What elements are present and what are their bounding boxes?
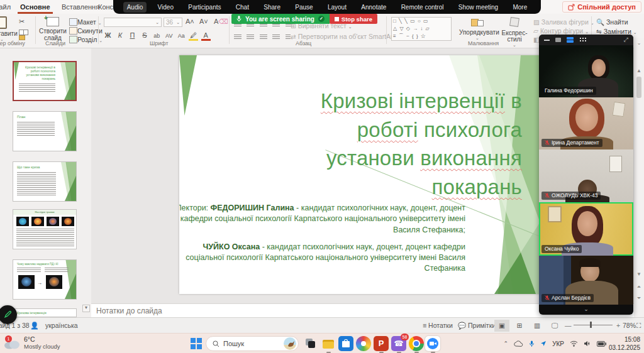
zoom-app-icon[interactable] — [425, 336, 440, 351]
gallery-view-icon[interactable] — [567, 37, 574, 43]
thumbnail-slide-5[interactable]: Чому важливо надавати ПД і КІ → — [13, 259, 77, 300]
layout-button[interactable]: Макет ⌄ — [69, 18, 102, 26]
smartart-button[interactable]: ⇄ Перетворити на об'єкт SmartArt ⌄ — [291, 33, 400, 40]
task-view-button[interactable] — [303, 336, 318, 351]
toolbar-chat[interactable]: Chat — [232, 2, 253, 13]
powerpoint-icon[interactable]: P — [374, 336, 389, 351]
normal-view-button[interactable]: ▣ — [494, 320, 509, 332]
font-size-combo[interactable]: 36 ⌄ — [164, 18, 182, 27]
reset-button[interactable]: Скинути — [69, 27, 103, 35]
align-right-icon[interactable] — [260, 35, 267, 40]
slide-title[interactable]: Кризові інтервенції в роботі психолога у… — [208, 87, 522, 201]
slide-body-text[interactable]: Лектори: ФЕДОРИШИН Галина - кандидат пси… — [179, 203, 465, 281]
slide-sorter-button[interactable]: ⊞ — [512, 320, 527, 332]
shapes-gallery[interactable]: □ ╲ ╲ ▭ ○ ▭ △ ▽ ◇ → ↓ ▱ ≡ ⌒ ~ { } ☆ — [391, 17, 452, 41]
strikethrough-button[interactable]: S — [140, 31, 149, 39]
weather-widget[interactable]: 1 6°C Mostly cloudy — [4, 335, 60, 350]
previous-slide-button[interactable]: ⏶ — [634, 284, 644, 290]
italic-button[interactable]: К — [115, 31, 125, 39]
toolbar-show-meeting[interactable]: Show meeting — [455, 2, 502, 13]
grow-font-icon[interactable]: A˄ — [186, 18, 194, 25]
align-center-icon[interactable] — [247, 35, 254, 40]
battery-icon[interactable] — [597, 341, 606, 347]
participant-tile-active-speaker[interactable]: Оксана Чуйко — [539, 202, 633, 256]
highlight-button[interactable]: 🖉 — [189, 31, 198, 41]
viber-icon[interactable]: ☎ 58 — [391, 336, 406, 351]
participant-tile[interactable]: Ірина Департамент — [539, 97, 633, 149]
grid-view-icon[interactable] — [579, 37, 586, 43]
zoom-slider-track[interactable] — [574, 325, 613, 325]
minimize-icon[interactable] — [544, 40, 550, 41]
toolbar-annotate[interactable]: Annotate — [357, 2, 390, 13]
participant-tile[interactable]: Галина Федоришин — [539, 45, 633, 97]
security-shield-icon[interactable]: ✓ — [318, 16, 325, 22]
align-left-icon[interactable] — [234, 35, 242, 40]
toolbar-video[interactable]: Video — [154, 2, 177, 13]
notes-toggle[interactable]: ≡ Нотатки — [423, 322, 453, 329]
shrink-font-icon[interactable]: A˅ — [199, 18, 208, 25]
text-shadow-button[interactable]: ab — [152, 33, 162, 39]
toolbar-audio[interactable]: Audio — [123, 2, 147, 13]
cut-icon[interactable]: ✂ — [19, 18, 25, 26]
chrome-icon[interactable] — [409, 336, 424, 351]
thumbnail-slide-4[interactable]: Наслідки травми — [13, 209, 77, 249]
quick-styles-button[interactable]: Експрес-стилі ⌄ — [498, 18, 531, 48]
toolbar-layout[interactable]: Layout — [324, 2, 350, 13]
language-switcher[interactable]: УКР — [552, 340, 564, 347]
expand-panel-icon[interactable]: ⤢ — [624, 36, 628, 43]
fit-to-window-icon[interactable]: ⛶ — [636, 322, 641, 330]
zoom-slider-thumb[interactable] — [590, 322, 592, 328]
shape-fill-button[interactable]: ▨ Заливка фігури ⌄ — [533, 18, 594, 26]
language-indicator[interactable]: українська — [45, 322, 78, 329]
clock-widget[interactable]: 15:08 03.12.2025 — [609, 335, 640, 352]
participant-tile[interactable]: ОЖОЛУДЬ ХВК-43 — [539, 149, 633, 202]
start-button[interactable] — [189, 336, 204, 351]
location-in-use-icon[interactable] — [540, 340, 547, 347]
thumbnail-scroll-down[interactable]: ▼ — [82, 305, 90, 312]
wifi-icon[interactable] — [570, 340, 578, 347]
thumbnail-slide-1[interactable]: Кризові інтервенції в роботі психолога у… — [13, 61, 77, 101]
paste-button[interactable]: Вставити ⌄ — [0, 16, 35, 42]
shared-access-button[interactable]: Спільний доступ — [562, 1, 641, 13]
zoom-in-button[interactable]: + — [616, 322, 620, 329]
collapse-ribbon-icon[interactable]: ⌄ — [634, 40, 644, 46]
font-color-button[interactable]: A — [201, 31, 211, 41]
bold-button[interactable]: Ж — [103, 31, 113, 39]
panel-scroll-down-chevron[interactable]: ⌄ — [539, 305, 633, 315]
justify-icon[interactable] — [272, 35, 280, 40]
scroll-down-icon[interactable]: ▼ — [634, 271, 644, 277]
font-name-combo[interactable]: ⌄ — [104, 18, 162, 27]
tab-home[interactable]: Основне — [18, 0, 53, 14]
underline-button[interactable]: П — [128, 31, 137, 39]
char-spacing-button[interactable]: AV — [164, 33, 174, 39]
photos-icon[interactable] — [356, 336, 371, 351]
toolbar-more[interactable]: More — [509, 2, 531, 13]
next-slide-button[interactable]: ⏷ — [634, 295, 644, 301]
microsoft-store-icon[interactable] — [338, 336, 353, 351]
stop-share-button[interactable]: Stop share — [330, 14, 377, 24]
search-highlight-image[interactable] — [284, 337, 296, 350]
speaker-icon[interactable] — [584, 340, 591, 347]
shape-outline-button[interactable]: ▱ Контур фігури ⌄ — [533, 27, 589, 35]
zoom-level[interactable]: 78% — [623, 322, 636, 329]
thumbnail-slide-2[interactable]: План — [13, 111, 77, 151]
scroll-up-icon[interactable]: ▲ — [634, 68, 644, 73]
tab-file[interactable]: Файл — [0, 0, 13, 14]
toolbar-share[interactable]: Share — [260, 2, 284, 13]
find-button[interactable]: 🔍 Знайти — [596, 18, 628, 26]
slideshow-button[interactable]: 🖵 — [547, 320, 562, 332]
arrange-button[interactable]: Упорядкувати ⌄ — [459, 18, 496, 41]
scrollbar-thumb[interactable] — [636, 77, 641, 98]
toolbar-remote-control[interactable]: Remote control — [397, 2, 448, 13]
toolbar-pause[interactable]: Pause — [291, 2, 316, 13]
change-case-button[interactable]: Aa — [177, 33, 186, 39]
participant-tile[interactable]: Арслан Бердієв — [539, 256, 633, 305]
tray-expand-icon[interactable]: ⌃ — [504, 340, 509, 347]
clear-format-icon[interactable]: A⌫ — [214, 18, 228, 26]
reading-view-button[interactable]: ▥ — [530, 320, 545, 332]
thumbnail-slide-6[interactable]: Кризова інтервенція — [13, 308, 77, 317]
onedrive-icon[interactable] — [514, 340, 523, 347]
mic-in-use-icon[interactable] — [529, 340, 535, 347]
zoom-out-button[interactable]: — — [565, 322, 572, 329]
comments-toggle[interactable]: 💬 Примітки — [458, 322, 496, 330]
